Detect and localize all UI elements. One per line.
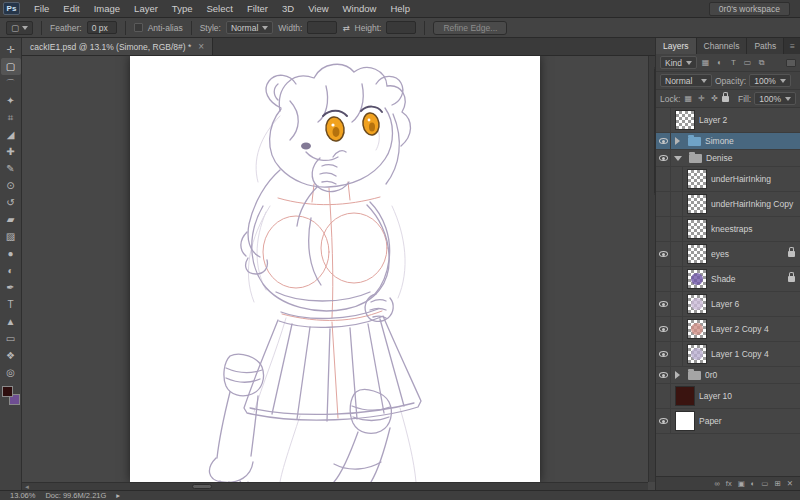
height-input[interactable]: [386, 21, 416, 34]
expand-arrow-icon[interactable]: [675, 371, 680, 379]
filter-toggle-switch[interactable]: [786, 59, 796, 67]
layer-thumbnail[interactable]: [687, 194, 707, 214]
layer-row-layer-2[interactable]: Layer 2: [656, 108, 800, 133]
layer-row-simone[interactable]: Simone: [656, 133, 800, 150]
tab-channels[interactable]: Channels: [697, 38, 748, 54]
menu-item-edit[interactable]: Edit: [56, 0, 86, 17]
filter-smart-objects-icon[interactable]: ⧉: [756, 58, 767, 68]
visibility-toggle[interactable]: [656, 267, 671, 291]
layer-thumbnail[interactable]: [675, 386, 695, 406]
spot-healing-brush-tool[interactable]: ✚: [1, 143, 21, 160]
layer-row-underhairinking-copy[interactable]: underHairInking Copy: [656, 192, 800, 217]
visibility-toggle[interactable]: [656, 409, 671, 433]
menu-item-file[interactable]: File: [27, 0, 56, 17]
menu-item-help[interactable]: Help: [383, 0, 417, 17]
horizontal-scrollbar-thumb[interactable]: [192, 484, 212, 489]
crop-tool[interactable]: ⌗: [1, 109, 21, 126]
blur-tool[interactable]: ●: [1, 245, 21, 262]
lock-pixels-icon[interactable]: ✜: [709, 94, 719, 103]
panel-menu-icon[interactable]: ≡: [785, 38, 800, 54]
type-tool[interactable]: T: [1, 296, 21, 313]
menu-item-window[interactable]: Window: [336, 0, 384, 17]
link-layers-icon[interactable]: ∞: [714, 479, 719, 488]
dodge-tool[interactable]: ◐: [1, 262, 21, 279]
filter-kind-dropdown[interactable]: Kind: [660, 56, 697, 69]
layer-mask-icon[interactable]: ▣: [738, 479, 745, 488]
menu-item-image[interactable]: Image: [87, 0, 127, 17]
layer-row-0r0[interactable]: 0r0: [656, 367, 800, 384]
filter-pixel-layers-icon[interactable]: ▦: [700, 58, 711, 67]
menu-item-view[interactable]: View: [301, 0, 335, 17]
layer-thumbnail[interactable]: [675, 411, 695, 431]
menu-item-3d[interactable]: 3D: [275, 0, 301, 17]
swap-dimensions-icon[interactable]: ⇄: [342, 23, 349, 33]
expand-arrow-icon[interactable]: [675, 137, 680, 145]
visibility-toggle[interactable]: [656, 367, 671, 383]
menu-item-select[interactable]: Select: [199, 0, 239, 17]
scroll-left-icon[interactable]: ◄: [22, 484, 32, 490]
width-input[interactable]: [307, 21, 337, 34]
quick-selection-tool[interactable]: ✦: [1, 92, 21, 109]
visibility-toggle[interactable]: [656, 108, 671, 132]
eraser-tool[interactable]: ▰: [1, 211, 21, 228]
lasso-tool[interactable]: ⌒: [1, 75, 21, 92]
layer-thumbnail[interactable]: [687, 169, 707, 189]
visibility-toggle[interactable]: [656, 133, 671, 149]
layer-row-underhairinking[interactable]: underHairInking: [656, 167, 800, 192]
layer-thumbnail[interactable]: [687, 294, 707, 314]
lock-all-icon[interactable]: [722, 96, 729, 102]
layer-effects-icon[interactable]: fx: [726, 479, 732, 488]
visibility-toggle[interactable]: [656, 292, 671, 316]
visibility-toggle[interactable]: [656, 192, 671, 216]
layer-thumbnail[interactable]: [687, 219, 707, 239]
canvas-page[interactable]: [130, 56, 540, 482]
collapse-arrow-icon[interactable]: [674, 156, 682, 161]
rectangular-marquee-tool[interactable]: ▢: [1, 58, 21, 75]
visibility-toggle[interactable]: [656, 384, 671, 408]
layer-row-denise[interactable]: Denise: [656, 150, 800, 167]
vertical-scrollbar[interactable]: [648, 56, 655, 482]
layer-row-layer-1-copy-4[interactable]: Layer 1 Copy 4: [656, 342, 800, 367]
blend-mode-dropdown[interactable]: Normal: [660, 74, 712, 87]
visibility-toggle[interactable]: [656, 217, 671, 241]
filter-type-layers-icon[interactable]: T: [728, 58, 739, 67]
filter-shape-layers-icon[interactable]: ▭: [742, 58, 753, 67]
canvas-area[interactable]: [22, 56, 648, 482]
layer-thumbnail[interactable]: [687, 269, 707, 289]
layer-row-layer-10[interactable]: Layer 10: [656, 384, 800, 409]
layer-thumbnail[interactable]: [687, 244, 707, 264]
tool-preset-picker[interactable]: ▢: [6, 21, 33, 35]
layer-row-eyes[interactable]: eyes: [656, 242, 800, 267]
new-layer-icon[interactable]: ⊞: [774, 479, 780, 488]
visibility-toggle[interactable]: [656, 317, 671, 341]
feather-input[interactable]: 0 px: [87, 21, 117, 34]
filter-adjustment-layers-icon[interactable]: ◐: [714, 58, 725, 67]
history-brush-tool[interactable]: ↺: [1, 194, 21, 211]
layer-thumbnail[interactable]: [687, 344, 707, 364]
antialias-checkbox[interactable]: [134, 23, 143, 32]
delete-layer-icon[interactable]: ✕: [787, 479, 793, 488]
layer-row-kneestraps[interactable]: kneestraps: [656, 217, 800, 242]
layer-row-layer-6[interactable]: Layer 6: [656, 292, 800, 317]
new-group-icon[interactable]: ▭: [761, 479, 768, 488]
refine-edge-button[interactable]: Refine Edge...: [433, 21, 507, 35]
visibility-toggle[interactable]: [656, 167, 671, 191]
pen-tool[interactable]: ✒: [1, 279, 21, 296]
hand-tool[interactable]: ❖: [1, 347, 21, 364]
shape-tool[interactable]: ▭: [1, 330, 21, 347]
zoom-level[interactable]: 13.06%: [10, 491, 35, 500]
layer-thumbnail[interactable]: [675, 110, 695, 130]
menu-item-type[interactable]: Type: [165, 0, 200, 17]
gradient-tool[interactable]: ▨: [1, 228, 21, 245]
visibility-toggle[interactable]: [656, 150, 671, 166]
style-dropdown[interactable]: Normal: [226, 21, 273, 34]
fill-dropdown[interactable]: 100%: [754, 92, 796, 105]
eyedropper-tool[interactable]: ◢: [1, 126, 21, 143]
layer-thumbnail[interactable]: [687, 319, 707, 339]
lock-position-icon[interactable]: ✛: [696, 94, 706, 103]
visibility-toggle[interactable]: [656, 242, 671, 266]
layer-row-paper[interactable]: Paper: [656, 409, 800, 434]
foreground-color-swatch[interactable]: [2, 386, 13, 397]
move-tool[interactable]: ✛: [1, 41, 21, 58]
tab-paths[interactable]: Paths: [747, 38, 784, 54]
